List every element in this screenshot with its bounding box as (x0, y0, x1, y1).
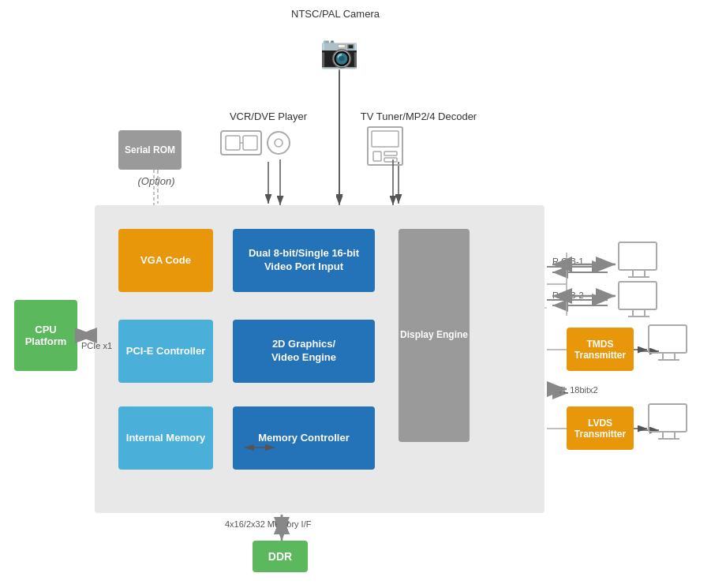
svg-rect-34 (619, 242, 657, 270)
chip-area: VGA Code Dual 8-bit/Single 16-bit Video … (95, 205, 544, 513)
memory-controller-block: Memory Controller (233, 406, 375, 470)
ntsc-pal-label: NTSC/PAL Camera (280, 8, 391, 20)
tv-tuner-label: TV Tuner/MP2/4 Decoder (357, 110, 480, 122)
svg-rect-30 (372, 131, 399, 147)
camera-icon: 📷 (320, 33, 359, 70)
serial-rom-box: Serial ROM (118, 130, 182, 170)
monitor-3-icon (647, 324, 690, 366)
svg-point-27 (268, 132, 290, 154)
vga-code-block: VGA Code (118, 229, 213, 292)
cpu-platform-box: CPU Platform (14, 300, 77, 371)
ttl-label: TTL 18bitx2 (552, 385, 598, 395)
rgb2-label: R.G.B-2 (552, 290, 584, 300)
display-engine-block: Display Engine (399, 229, 470, 442)
svg-rect-25 (243, 136, 257, 150)
svg-rect-42 (649, 325, 687, 353)
graphics-engine-block: 2D Graphics/ Video Engine (233, 320, 375, 383)
svg-rect-24 (226, 136, 240, 150)
tv-tuner-icon (365, 125, 405, 171)
svg-point-28 (275, 139, 283, 147)
internal-memory-block: Internal Memory (118, 406, 213, 470)
svg-rect-38 (619, 282, 657, 309)
vcr-dve-label: VCR/DVE Player (221, 110, 316, 122)
video-port-input-block: Dual 8-bit/Single 16-bit Video Port Inpu… (233, 229, 375, 292)
monitor-2-icon (617, 280, 661, 323)
ddr-box: DDR (253, 541, 308, 572)
svg-rect-32 (384, 152, 397, 155)
lvds-transmitter-block: LVDS Transmitter (567, 406, 634, 450)
rgb1-label: R.G.B-1 (552, 257, 584, 266)
svg-rect-46 (649, 404, 687, 432)
memory-if-label: 4x16/2x32 Memory I/F (225, 519, 311, 529)
pcie-controller-block: PCI-E Controller (118, 320, 213, 383)
svg-rect-31 (373, 152, 381, 161)
monitor-1-icon (617, 241, 661, 283)
diagram-container: NTSC/PAL Camera VCR/DVE Player TV Tuner/… (0, 0, 726, 588)
pcie-label: PCIe x1 (81, 341, 112, 350)
vcr-icon (219, 128, 291, 158)
monitor-4-icon (647, 403, 690, 445)
serial-rom-note: (Option) (121, 175, 192, 187)
svg-rect-33 (384, 158, 397, 162)
tmds-transmitter-block: TMDS Transmitter (567, 328, 634, 371)
